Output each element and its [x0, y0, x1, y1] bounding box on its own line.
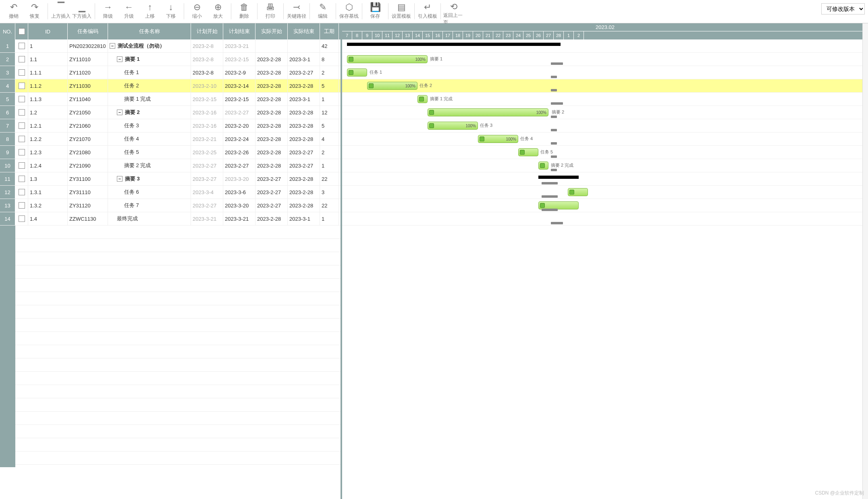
row-checkbox[interactable]: [19, 176, 25, 182]
cell-actual-end[interactable]: 2023-2-28: [288, 119, 320, 132]
progress-handle-icon[interactable]: [569, 190, 574, 195]
version-select[interactable]: 可修改版本: [821, 3, 865, 14]
cell-duration[interactable]: 8: [320, 53, 339, 66]
cell-plan-start[interactable]: 2023-2-8: [191, 39, 223, 52]
gantt-row[interactable]: 任务 5: [342, 146, 868, 159]
table-row[interactable]: 111.3ZY31100−摘要 32023-2-272023-3-202023-…: [0, 172, 341, 186]
timeline-day[interactable]: 24: [513, 31, 523, 39]
cell-actual-start[interactable]: 2023-2-27: [255, 172, 288, 185]
timeline-day[interactable]: 22: [493, 31, 503, 39]
cell-plan-end[interactable]: 2023-3-20: [223, 199, 255, 212]
gantt-row[interactable]: 100%任务 3: [342, 119, 868, 133]
gantt-bar[interactable]: 100%: [428, 108, 548, 116]
timeline-day[interactable]: 15: [423, 31, 433, 39]
cell-actual-end[interactable]: 2023-2-27: [288, 66, 320, 79]
cell-plan-start[interactable]: 2023-2-27: [191, 199, 223, 212]
cell-actual-start[interactable]: 2023-2-28: [255, 133, 288, 145]
gantt-row[interactable]: [342, 212, 868, 226]
progress-handle-icon[interactable]: [369, 83, 374, 88]
progress-handle-icon[interactable]: [429, 123, 434, 128]
row-checkbox[interactable]: [19, 109, 25, 116]
cell-id[interactable]: 1.3.1: [28, 186, 68, 199]
cell-plan-end[interactable]: 2023-2-27: [223, 159, 255, 172]
table-row[interactable]: 21.1ZY11010−摘要 12023-2-82023-2-152023-2-…: [0, 53, 341, 66]
cell-id[interactable]: 1.4: [28, 212, 68, 225]
row-checkbox[interactable]: [19, 56, 25, 62]
cell-duration[interactable]: 22: [320, 172, 339, 185]
cell-id[interactable]: 1.2.3: [28, 146, 68, 159]
col-header-no[interactable]: NO.: [0, 23, 15, 39]
cell-plan-start[interactable]: 2023-2-10: [191, 79, 223, 92]
col-header-plan-end[interactable]: 计划结束: [223, 23, 255, 39]
move-up-button[interactable]: ↑上移: [139, 2, 160, 22]
cell-actual-end[interactable]: 2023-2-28: [288, 172, 320, 185]
col-header-actual-end[interactable]: 实际结束: [288, 23, 320, 39]
cell-code[interactable]: ZY31110: [68, 186, 108, 199]
cell-plan-start[interactable]: 2023-2-27: [191, 172, 223, 185]
row-checkbox[interactable]: [19, 202, 25, 209]
gantt-row[interactable]: 任务 1: [342, 66, 868, 79]
zoom-in-button[interactable]: ⊕放大: [208, 2, 228, 22]
gantt-bar[interactable]: [568, 188, 588, 196]
insert-below-button[interactable]: ▁下方插入: [71, 2, 92, 22]
cell-actual-end[interactable]: 2023-3-1: [288, 212, 320, 225]
cell-duration[interactable]: 2: [320, 146, 339, 159]
cell-duration[interactable]: 1: [320, 159, 339, 172]
critical-path-button[interactable]: ⤙关键路径: [286, 2, 307, 22]
cell-actual-start[interactable]: 2023-2-27: [255, 199, 288, 212]
cell-id[interactable]: 1.1.1: [28, 66, 68, 79]
cell-plan-end[interactable]: 2023-2-27: [223, 106, 255, 119]
cell-id[interactable]: 1: [28, 39, 68, 52]
cell-id[interactable]: 1.3: [28, 172, 68, 185]
cell-name[interactable]: −摘要 2: [108, 106, 191, 119]
table-row[interactable]: 81.2.2ZY21070任务 42023-2-212023-2-242023-…: [0, 133, 341, 146]
timeline-day[interactable]: 16: [433, 31, 443, 39]
gantt-bar[interactable]: 100%: [478, 135, 518, 143]
cell-plan-end[interactable]: 2023-3-21: [223, 39, 255, 52]
cell-id[interactable]: 1.2.4: [28, 159, 68, 172]
table-row[interactable]: 11PN2023022810−测试全流程（勿动）2023-2-82023-3-2…: [0, 39, 341, 53]
timeline-day[interactable]: 17: [443, 31, 453, 39]
cell-id[interactable]: 1.1.2: [28, 79, 68, 92]
cell-plan-end[interactable]: 2023-3-21: [223, 212, 255, 225]
edit-button[interactable]: ✎编辑: [312, 2, 333, 22]
cell-name[interactable]: −摘要 3: [108, 172, 191, 185]
cell-code[interactable]: ZY21080: [68, 146, 108, 159]
timeline-day[interactable]: 14: [413, 31, 423, 39]
cell-actual-start[interactable]: 2023-2-28: [255, 146, 288, 159]
vertical-scrollbar[interactable]: [862, 23, 868, 499]
cell-id[interactable]: 1.1.3: [28, 93, 68, 106]
timeline-day[interactable]: 9: [362, 31, 372, 39]
cell-actual-end[interactable]: 2023-2-28: [288, 133, 320, 145]
cell-duration[interactable]: 12: [320, 106, 339, 119]
timeline-day[interactable]: 11: [382, 31, 392, 39]
row-checkbox[interactable]: [19, 122, 25, 129]
timeline-day[interactable]: 18: [453, 31, 463, 39]
gantt-bar[interactable]: [417, 95, 428, 103]
cell-plan-start[interactable]: 2023-2-27: [191, 159, 223, 172]
cell-name[interactable]: 任务 4: [108, 133, 191, 145]
cell-code[interactable]: ZY31100: [68, 172, 108, 185]
cell-plan-start[interactable]: 2023-2-25: [191, 146, 223, 159]
row-checkbox[interactable]: [19, 162, 25, 169]
indent-button[interactable]: ←升级: [118, 2, 139, 22]
timeline-day[interactable]: 20: [473, 31, 483, 39]
gantt-row[interactable]: [342, 186, 868, 199]
outdent-button[interactable]: →降级: [98, 2, 118, 22]
gantt-bar[interactable]: [538, 162, 548, 170]
gantt-bar[interactable]: [347, 43, 561, 46]
cell-code[interactable]: ZY21070: [68, 133, 108, 145]
save-button[interactable]: 💾保存: [365, 2, 386, 22]
expand-icon[interactable]: −: [117, 110, 123, 115]
progress-handle-icon[interactable]: [429, 110, 434, 115]
timeline-day[interactable]: 8: [352, 31, 362, 39]
timeline-day[interactable]: 19: [463, 31, 473, 39]
gantt-row[interactable]: 摘要 1 完成: [342, 93, 868, 106]
gantt-row[interactable]: [342, 39, 868, 53]
table-row[interactable]: 141.4ZZWC1130最终完成2023-3-212023-3-212023-…: [0, 212, 341, 226]
timeline-day[interactable]: 21: [483, 31, 493, 39]
expand-icon[interactable]: −: [117, 56, 123, 62]
gantt-bar[interactable]: 100%: [428, 122, 478, 130]
row-checkbox[interactable]: [19, 96, 25, 102]
insert-above-button[interactable]: ▔上方插入: [50, 2, 71, 22]
